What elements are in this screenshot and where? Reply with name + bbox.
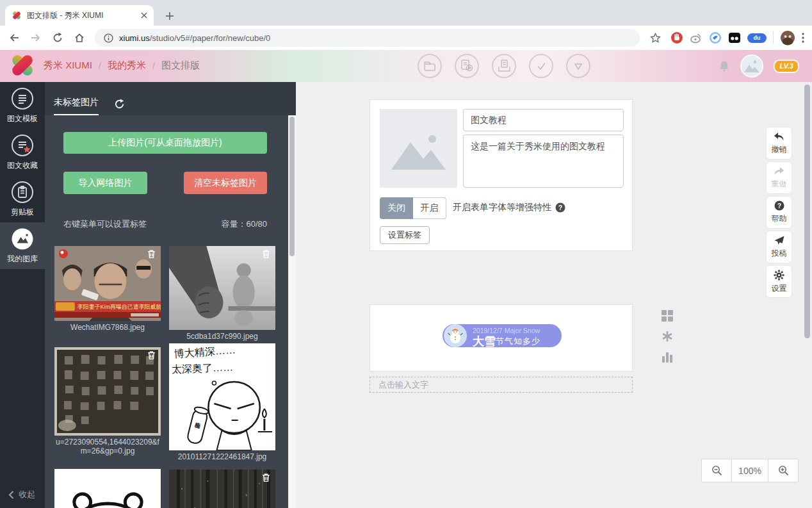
back-button[interactable]: [5, 29, 23, 47]
url-text[interactable]: xiumi.us/studio/v5#/paper/for/new/cube/0: [119, 33, 270, 43]
template-save-icon[interactable]: [455, 54, 479, 78]
breadcrumb-separator: /: [99, 60, 101, 71]
tab-title: 图文排版 - 秀米 XIUMI: [27, 10, 136, 21]
text-input-placeholder[interactable]: 点击输入文字: [369, 377, 633, 393]
thumbnail-forest-photo[interactable]: [169, 470, 275, 508]
upload-images-button[interactable]: 上传图片(可从桌面拖放图片): [63, 132, 267, 154]
submit-button[interactable]: 投稿: [766, 231, 792, 263]
canvas-scrollbar-thumb[interactable]: [804, 85, 810, 338]
panel-body: 上传图片(可从桌面拖放图片) 导入网络图片 清空未标签图片 右键菜单可以设置标签…: [45, 115, 288, 508]
help-question-icon[interactable]: ?: [555, 202, 565, 213]
cover-image-placeholder[interactable]: [380, 109, 457, 188]
url-host: xiumi.us: [119, 33, 150, 43]
thumbnail-bear-meme[interactable]: [54, 469, 161, 508]
svg-text:李阳妻子Kim再曝自己遭李阳威胁: 李阳妻子Kim再曝自己遭李阳威胁: [77, 304, 161, 310]
article-summary-textarea[interactable]: 这是一篇关于秀米使用的图文教程: [463, 135, 624, 188]
redo-button[interactable]: 重做: [766, 161, 792, 194]
panel-scrollbar-thumb[interactable]: [289, 117, 295, 256]
forward-button[interactable]: [27, 29, 45, 47]
article-title-input[interactable]: [463, 109, 624, 131]
thumbnail-comic[interactable]: 博大精深…… 太深奥了…… 金瓶梅: [169, 343, 275, 450]
extensions-row: du: [668, 30, 807, 45]
panda-extension-icon[interactable]: [728, 31, 741, 44]
breadcrumb-my-xiumi-link[interactable]: 我的秀米: [108, 60, 146, 72]
baidu-extension-icon[interactable]: du: [747, 33, 767, 43]
import-web-images-button[interactable]: 导入网络图片: [63, 172, 147, 194]
home-button[interactable]: [70, 29, 88, 47]
toggle-off-button[interactable]: 关闭: [380, 197, 413, 219]
toggle-on-button[interactable]: 开启: [413, 197, 446, 219]
delete-image-icon[interactable]: [146, 350, 157, 361]
bluebird-extension-icon[interactable]: [709, 31, 722, 44]
clear-untagged-button[interactable]: 清空未标签图片: [184, 172, 267, 194]
grid-layout-icon[interactable]: [662, 310, 673, 322]
bar-chart-icon[interactable]: [662, 351, 673, 363]
new-tab-button[interactable]: [161, 8, 178, 24]
template-lines-icon: [11, 87, 34, 110]
sidebar-item-label: 剪贴板: [11, 207, 34, 218]
snow-banner[interactable]: 2019/12/7 Major Snow 大雪节气知多少: [443, 324, 562, 347]
tab-untagged-images[interactable]: 未标签图片: [54, 97, 99, 115]
toolbar-divider: [773, 31, 774, 44]
bookmark-star-icon[interactable]: [646, 29, 664, 47]
browser-toolbar: xiumi.us/studio/v5#/paper/for/new/cube/0…: [0, 26, 812, 50]
favorite-star-icon: [11, 134, 34, 157]
panel-scrollbar[interactable]: [288, 115, 296, 508]
right-click-hint: 右键菜单可以设置标签: [63, 218, 147, 230]
undo-button[interactable]: 撤销: [766, 127, 792, 160]
set-tags-button[interactable]: 设置标签: [380, 226, 430, 244]
browser-menu-icon[interactable]: [802, 33, 804, 43]
sidebar-item-templates[interactable]: 图文模板: [0, 82, 45, 129]
snowflake-icon[interactable]: [662, 331, 673, 342]
delete-image-icon[interactable]: [146, 249, 157, 259]
thumbnail-fist-photo[interactable]: [169, 246, 275, 330]
breadcrumb-separator: /: [152, 60, 155, 71]
breadcrumb-brand-link[interactable]: 秀米 XIUMI: [44, 60, 92, 72]
zoom-out-button[interactable]: [701, 459, 731, 482]
help-label: 帮助: [772, 213, 787, 224]
xiumi-logo-icon[interactable]: [9, 52, 36, 79]
settings-button[interactable]: 设置: [766, 265, 792, 298]
thumbnail-stone-rubbing[interactable]: [54, 347, 161, 436]
download-triangle-icon[interactable]: [566, 54, 590, 78]
capacity-text: 容量：60/80: [221, 218, 267, 230]
browser-tab[interactable]: 图文排版 - 秀米 XIUMI: [5, 5, 154, 26]
url-bar[interactable]: xiumi.us/studio/v5#/paper/for/new/cube/0: [95, 29, 640, 47]
notification-bell-icon[interactable]: [719, 60, 730, 72]
header-action-icons: [418, 54, 590, 78]
favicon-xiumi-logo-icon: [12, 10, 22, 20]
help-button[interactable]: ? 帮助: [766, 196, 792, 229]
refresh-icon[interactable]: [114, 99, 125, 115]
right-toolbar: 撤销 重做 ? 帮助 投稿 设置: [766, 127, 792, 298]
adblock-extension-icon[interactable]: [670, 31, 683, 44]
thumbnail-news-photo[interactable]: 李阳妻子Kim再曝自己遭李阳威胁: [54, 246, 161, 321]
level-badge[interactable]: LV.3: [774, 60, 799, 73]
sidebar-item-clipboard[interactable]: 剪贴板: [0, 176, 45, 222]
screen: 图文排版 - 秀米 XIUMI xiumi.us/studio/v5#/pape…: [0, 0, 812, 508]
svg-text:?: ?: [558, 204, 562, 211]
sidebar-item-favorites[interactable]: 图文收藏: [0, 129, 45, 176]
collapse-button[interactable]: 收起: [8, 489, 35, 500]
weibo-extension-icon[interactable]: [690, 31, 702, 44]
folder-icon[interactable]: [418, 54, 442, 78]
image-grid: 李阳妻子Kim再曝自己遭李阳威胁 WechatIMG7868.jpeg: [54, 246, 275, 508]
sidebar-item-label: 图文模板: [7, 113, 38, 124]
user-avatar[interactable]: [740, 54, 763, 78]
sidebar-item-my-gallery[interactable]: 我的图库: [0, 222, 45, 269]
breadcrumb: 秀米 XIUMI / 我的秀米 / 图文排版: [44, 60, 200, 72]
tab-close-icon[interactable]: [141, 12, 147, 19]
reload-button[interactable]: [49, 29, 67, 47]
sidebar-item-label: 图文收藏: [7, 160, 38, 171]
export-doc-icon[interactable]: [492, 54, 516, 78]
settings-label: 设置: [772, 283, 787, 294]
check-icon[interactable]: [529, 54, 553, 78]
delete-image-icon[interactable]: [261, 472, 272, 483]
submit-label: 投稿: [772, 248, 787, 259]
delete-image-icon[interactable]: [261, 249, 272, 259]
site-info-icon[interactable]: [104, 33, 113, 43]
content-section-card[interactable]: 2019/12/7 Major Snow 大雪节气知多少: [369, 304, 633, 372]
article-meta-card: 这是一篇关于秀米使用的图文教程 关闭 开启 开启表单字体等增强特性 ? 设置标签: [369, 99, 633, 251]
browser-profile-avatar[interactable]: [780, 30, 795, 45]
image-filename: 5cdba1d37c990.jpeg: [169, 332, 275, 341]
zoom-in-button[interactable]: [768, 459, 799, 482]
